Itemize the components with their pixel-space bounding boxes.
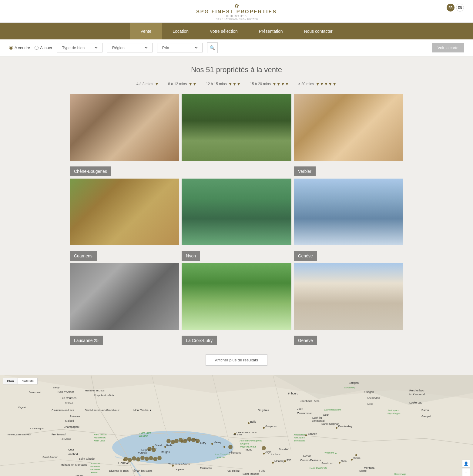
price-legend: 4 à 8 mios ▼ 8 à 12 mios ▼▼ 12 à 15 mios… bbox=[12, 82, 461, 86]
svg-text:Maisod: Maisod bbox=[65, 419, 74, 422]
svg-text:Les Rousses: Les Rousses bbox=[61, 397, 77, 400]
map-pegman-control[interactable]: 👤 bbox=[462, 460, 470, 468]
type-bien-select[interactable]: Type de bien bbox=[57, 43, 102, 52]
property-card[interactable]: Verbier bbox=[294, 94, 403, 176]
svg-point-32 bbox=[152, 446, 154, 448]
voir-la-carte-button[interactable]: Voir la carte bbox=[432, 43, 464, 52]
svg-text:Haute...: Haute... bbox=[91, 471, 99, 474]
svg-text:Saanen: Saanen bbox=[308, 432, 317, 435]
property-card[interactable]: Genève bbox=[294, 179, 403, 261]
map-tab-plan[interactable]: Plan bbox=[3, 378, 18, 384]
svg-text:Lutry: Lutry bbox=[200, 441, 206, 444]
nav-presentation[interactable]: Présentation bbox=[248, 23, 294, 39]
nav-vente[interactable]: Vente bbox=[130, 23, 162, 39]
svg-point-49 bbox=[124, 457, 128, 461]
svg-text:Orgelet: Orgelet bbox=[18, 406, 26, 409]
property-card[interactable]: Lausanne 25 bbox=[70, 263, 179, 345]
property-image bbox=[182, 263, 291, 330]
map-svg: Lausanne Genève Nyon Vevey Rolle Thonon-… bbox=[0, 375, 473, 476]
svg-text:Saint-Luc: Saint-Luc bbox=[321, 462, 333, 465]
nav-votre-selection[interactable]: Votre sélection bbox=[199, 23, 248, 39]
svg-text:Mont Tendre ▲: Mont Tendre ▲ bbox=[133, 409, 152, 412]
svg-text:Gruyères: Gruyères bbox=[265, 425, 277, 428]
svg-text:Villeneuve: Villeneuve bbox=[229, 451, 241, 454]
property-location-label: La Croix-Lutry bbox=[182, 336, 217, 345]
brand-name: SPG FINEST PROPERTIES bbox=[196, 9, 277, 15]
svg-point-48 bbox=[196, 439, 200, 443]
svg-text:Adelboden: Adelboden bbox=[367, 397, 380, 400]
property-card[interactable]: Genève bbox=[294, 263, 403, 345]
svg-text:Saint-Claude: Saint-Claude bbox=[79, 457, 95, 460]
load-more-button[interactable]: Afficher plus de résultats bbox=[206, 354, 267, 366]
svg-text:Ripaille: Ripaille bbox=[176, 468, 184, 471]
svg-point-21 bbox=[339, 462, 340, 464]
property-card[interactable]: Chêne-Bougeries bbox=[70, 94, 179, 176]
svg-text:Divonne-le-Bain: Divonne-le-Bain bbox=[109, 469, 129, 472]
svg-text:Pays-d'Enhaut: Pays-d'Enhaut bbox=[240, 445, 256, 448]
price-icon-3: ▼▼▼ bbox=[228, 82, 241, 86]
svg-text:de Brisé: de Brisé bbox=[216, 456, 225, 459]
svg-point-47 bbox=[191, 438, 196, 442]
property-card[interactable]: La Croix-Lutry bbox=[182, 263, 291, 345]
svg-text:Bois-d'Amont: Bois-d'Amont bbox=[58, 391, 74, 394]
property-location-label: Lausanne 25 bbox=[70, 336, 103, 345]
svg-point-26 bbox=[263, 453, 265, 454]
svg-text:Sion: Sion bbox=[341, 460, 347, 463]
svg-text:Morges: Morges bbox=[161, 451, 170, 454]
svg-text:de Brise: de Brise bbox=[233, 433, 243, 436]
map-tab-satellite[interactable]: Satellite bbox=[18, 378, 38, 384]
svg-text:rennes-Saint-Sauveur: rennes-Saint-Sauveur bbox=[8, 433, 31, 436]
svg-point-59 bbox=[152, 448, 156, 452]
radio-a-louer[interactable]: A louer bbox=[35, 45, 52, 50]
svg-text:Arbent: Arbent bbox=[75, 474, 83, 476]
nav-location[interactable]: Location bbox=[162, 23, 199, 39]
svg-text:Sergy: Sergy bbox=[53, 386, 59, 389]
property-card[interactable]: Nyon bbox=[182, 179, 291, 261]
prix-select[interactable]: Prix bbox=[157, 43, 203, 52]
svg-text:Réserve: Réserve bbox=[91, 462, 100, 465]
svg-text:Zweisimmen: Zweisimmen bbox=[297, 412, 313, 415]
svg-text:Ormont-Dessous: Ormont-Dessous bbox=[300, 459, 321, 462]
svg-text:Parc naturel régional: Parc naturel régional bbox=[240, 439, 262, 442]
lang-fr-button[interactable]: FR bbox=[447, 4, 455, 12]
svg-text:Val-d'Illiez: Val-d'Illiez bbox=[227, 469, 240, 472]
radio-a-vendre[interactable]: A vendre bbox=[9, 45, 30, 50]
nav-contact[interactable]: Nous contacter bbox=[294, 23, 343, 39]
svg-text:Évian-les-Bains: Évian-les-Bains bbox=[133, 469, 153, 472]
property-image bbox=[294, 94, 403, 161]
svg-point-61 bbox=[262, 446, 266, 450]
price-icon-2: ▼▼ bbox=[188, 82, 197, 86]
svg-text:Menétrux-en-Joux: Menétrux-en-Joux bbox=[85, 389, 104, 392]
search-button[interactable]: 🔍 bbox=[207, 42, 218, 53]
svg-text:Sassenage: Sassenage bbox=[394, 473, 407, 475]
logo-symbol: ✿ bbox=[234, 2, 239, 9]
svg-point-10 bbox=[223, 446, 225, 448]
svg-point-55 bbox=[149, 456, 153, 460]
property-card[interactable]: Cuarnens bbox=[70, 179, 179, 261]
svg-text:Leukerbad: Leukerbad bbox=[409, 401, 422, 404]
lang-en-button[interactable]: EN bbox=[456, 4, 464, 12]
brand-tagline: INTERNATIONAL REAL ESTATE bbox=[215, 18, 258, 20]
svg-text:im Kandertal: im Kandertal bbox=[409, 393, 425, 396]
price-icon-1: ▼ bbox=[155, 82, 159, 86]
svg-point-28 bbox=[272, 462, 274, 464]
price-icon-4: ▼▼▼▼ bbox=[272, 82, 289, 86]
svg-text:Gsür: Gsür bbox=[323, 413, 329, 416]
svg-text:Mormanno: Mormanno bbox=[200, 467, 212, 469]
svg-text:Sierre: Sierre bbox=[359, 469, 367, 472]
svg-point-54 bbox=[145, 457, 149, 461]
lang-switcher: FR EN bbox=[447, 4, 464, 12]
price-range-2: 8 à 12 mios ▼▼ bbox=[168, 82, 197, 86]
svg-text:Rolle: Rolle bbox=[166, 444, 173, 447]
svg-point-56 bbox=[153, 457, 157, 461]
property-card[interactable] bbox=[182, 94, 291, 176]
region-select[interactable]: Région bbox=[107, 43, 153, 52]
svg-text:● Les Diablerets: ● Les Diablerets bbox=[309, 467, 327, 469]
price-range-4: 15 à 20 mios ▼▼▼▼ bbox=[250, 82, 289, 86]
svg-point-43 bbox=[183, 439, 187, 443]
svg-point-60 bbox=[228, 445, 233, 449]
price-range-1: 4 à 8 mios ▼ bbox=[136, 82, 159, 86]
svg-text:Parc Jura: Parc Jura bbox=[139, 431, 151, 434]
zoom-in-button[interactable]: + bbox=[462, 468, 470, 476]
search-icon: 🔍 bbox=[210, 45, 215, 51]
